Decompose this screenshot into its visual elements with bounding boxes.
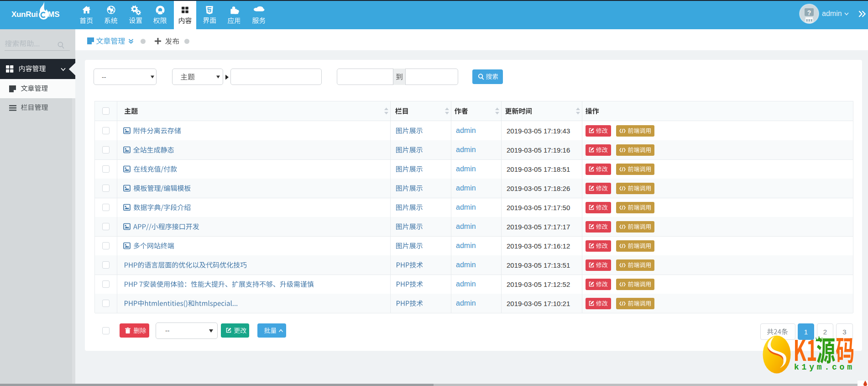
svg-text:?: ? xyxy=(807,9,811,16)
